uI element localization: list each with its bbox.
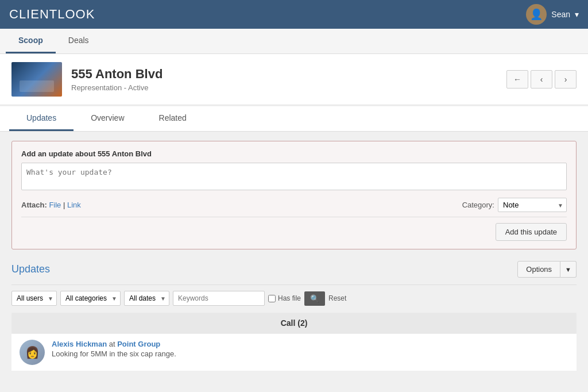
attach-link-link[interactable]: Link — [67, 201, 81, 209]
update-item-at: at — [109, 340, 117, 348]
attach-file-link[interactable]: File — [49, 201, 61, 209]
options-button[interactable]: Options — [517, 261, 560, 278]
category-select-wrapper: Note Call Email Meeting Task — [498, 198, 567, 212]
add-update-button[interactable]: Add this update — [496, 223, 567, 241]
filters-row: All users All categories All dates Has f… — [11, 291, 577, 306]
logo-bold: CLIENT — [9, 7, 57, 21]
update-item-content: Alexis Hickman at Point Group Looking fo… — [52, 340, 568, 365]
updates-header: Updates Options ▼ — [11, 261, 577, 278]
update-textarea[interactable] — [21, 163, 567, 190]
category-label: Category: — [462, 201, 494, 209]
attach-separator: | — [63, 201, 65, 209]
category-section: Category: Note Call Email Meeting Task — [462, 198, 567, 212]
property-header: 555 Anton Blvd Representation - Active ←… — [0, 54, 588, 105]
keywords-input[interactable] — [173, 291, 265, 306]
has-file-checkbox[interactable] — [268, 295, 276, 302]
has-file-label[interactable]: Has file — [268, 294, 301, 302]
tab-overview[interactable]: Overview — [74, 106, 141, 131]
main-content: Add an update about 555 Anton Blvd Attac… — [0, 132, 588, 380]
top-tabs: Scoop Deals — [0, 29, 588, 54]
user-dropdown-icon[interactable]: ▾ — [575, 10, 579, 19]
update-item-text: Looking for 5MM in the six cap range. — [52, 349, 568, 358]
tab-deals[interactable]: Deals — [56, 29, 102, 53]
update-btn-row: Add this update — [21, 223, 567, 241]
categories-filter[interactable]: All categories — [60, 291, 121, 306]
tab-related[interactable]: Related — [142, 106, 204, 131]
reset-button[interactable]: Reset — [328, 294, 346, 302]
avatar: 👤 — [526, 4, 547, 25]
divider — [11, 285, 577, 285]
has-file-text: Has file — [278, 294, 301, 302]
tab-updates[interactable]: Updates — [9, 106, 74, 131]
nav-prev-button[interactable]: ‹ — [531, 70, 552, 89]
property-subtitle: Representation - Active — [71, 83, 163, 92]
property-details: 555 Anton Blvd Representation - Active — [71, 67, 163, 92]
update-form-middle-row: Attach: File | Link Category: Note Call … — [21, 198, 567, 217]
content-tabs: Updates Overview Related — [0, 106, 588, 132]
dates-filter[interactable]: All dates — [124, 291, 169, 306]
call-group-header: Call (2) — [11, 313, 577, 333]
update-item-header: Alexis Hickman at Point Group — [52, 340, 568, 348]
property-title: 555 Anton Blvd — [71, 67, 163, 82]
property-info: 555 Anton Blvd Representation - Active — [11, 62, 163, 97]
attach-label: Attach: — [21, 201, 47, 209]
update-item-company[interactable]: Point Group — [117, 340, 160, 348]
nav-back-button[interactable]: ← — [506, 70, 528, 89]
update-form: Add an update about 555 Anton Blvd Attac… — [11, 141, 577, 249]
dates-filter-wrapper: All dates — [124, 291, 169, 306]
tab-scoop[interactable]: Scoop — [6, 29, 56, 53]
attach-section: Attach: File | Link — [21, 201, 81, 209]
logo-light: LOOK — [57, 7, 95, 21]
updates-section-title: Updates — [11, 263, 50, 275]
navigation-buttons: ← ‹ › — [506, 70, 577, 89]
options-dropdown-button[interactable]: ▼ — [560, 261, 577, 278]
user-name: Sean — [551, 10, 570, 19]
category-select[interactable]: Note Call Email Meeting Task — [498, 198, 567, 212]
update-item-name[interactable]: Alexis Hickman — [52, 340, 107, 348]
update-form-title: Add an update about 555 Anton Blvd — [21, 149, 567, 158]
property-thumbnail — [11, 62, 62, 97]
app-header: CLIENTLOOK 👤 Sean ▾ — [0, 0, 588, 29]
users-filter-wrapper: All users — [11, 291, 57, 306]
update-item: 👩 Alexis Hickman at Point Group Looking … — [11, 333, 577, 371]
search-button[interactable]: 🔍 — [304, 291, 325, 306]
user-area[interactable]: 👤 Sean ▾ — [526, 4, 579, 25]
nav-next-button[interactable]: › — [555, 70, 577, 89]
options-btn-group: Options ▼ — [517, 261, 577, 278]
users-filter[interactable]: All users — [11, 291, 57, 306]
categories-filter-wrapper: All categories — [60, 291, 121, 306]
app-logo: CLIENTLOOK — [9, 7, 95, 22]
update-item-avatar: 👩 — [20, 340, 45, 365]
